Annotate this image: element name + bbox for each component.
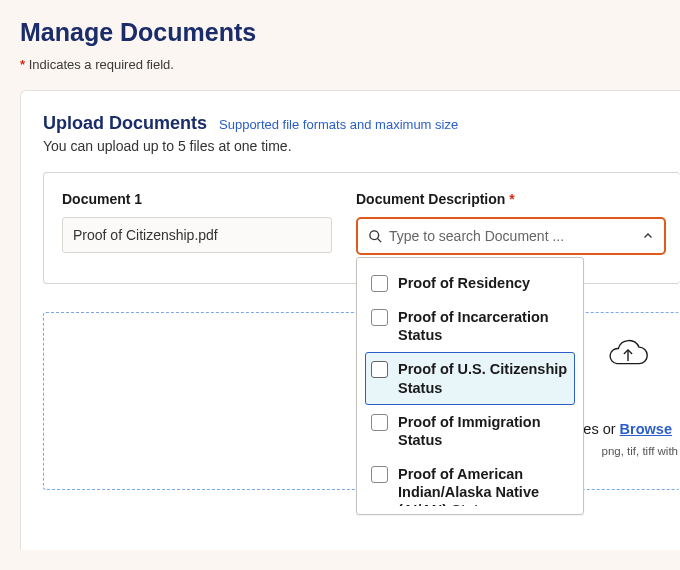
dropdown-scroll[interactable]: Proof of Residency Proof of Incarceratio… — [365, 266, 581, 506]
option-proof-of-incarceration[interactable]: Proof of Incarceration Status — [365, 300, 575, 352]
supported-formats-link[interactable]: Supported file formats and maximum size — [219, 117, 458, 132]
checkbox-icon[interactable] — [371, 309, 388, 326]
chevron-up-icon[interactable] — [642, 230, 654, 242]
svg-point-0 — [370, 230, 379, 239]
checkbox-icon[interactable] — [371, 466, 388, 483]
checkbox-icon[interactable] — [371, 361, 388, 378]
required-field-note: * Indicates a required field. — [20, 57, 680, 72]
asterisk-icon: * — [509, 191, 514, 207]
cloud-upload-icon — [606, 337, 650, 375]
page-title: Manage Documents — [20, 18, 680, 47]
checkbox-icon[interactable] — [371, 275, 388, 292]
dropzone-pre-text: es or — [583, 421, 619, 437]
dropzone-formats-text: png, tif, tiff with — [602, 445, 679, 457]
document-description-search-input[interactable] — [389, 228, 634, 244]
upload-panel: Upload Documents Supported file formats … — [20, 90, 680, 550]
description-dropdown: Proof of Residency Proof of Incarceratio… — [356, 257, 584, 515]
option-label: Proof of U.S. Citizenship Status — [398, 360, 569, 396]
option-label: Proof of Incarceration Status — [398, 308, 569, 344]
document-description-label: Document Description * — [356, 191, 666, 207]
browse-link[interactable]: Browse — [620, 421, 672, 437]
document-description-combobox[interactable] — [356, 217, 666, 255]
required-note-text: Indicates a required field. — [29, 57, 174, 72]
upload-documents-heading: Upload Documents — [43, 113, 207, 134]
option-proof-of-residency[interactable]: Proof of Residency — [365, 266, 575, 300]
option-label: Proof of American Indian/Alaska Native (… — [398, 465, 569, 506]
svg-line-1 — [377, 238, 381, 242]
checkbox-icon[interactable] — [371, 414, 388, 431]
option-proof-of-american-indian[interactable]: Proof of American Indian/Alaska Native (… — [365, 457, 575, 506]
document-card: Document 1 Document Description * — [43, 172, 680, 284]
upload-subtitle: You can upload up to 5 files at one time… — [43, 138, 680, 154]
desc-label-text: Document Description — [356, 191, 505, 207]
search-icon — [368, 229, 383, 244]
document-1-label: Document 1 — [62, 191, 332, 207]
option-proof-of-us-citizenship[interactable]: Proof of U.S. Citizenship Status — [365, 352, 575, 404]
asterisk-icon: * — [20, 57, 25, 72]
dropzone-text: es or Browse — [583, 421, 672, 437]
option-label: Proof of Immigration Status — [398, 413, 569, 449]
option-label: Proof of Residency — [398, 274, 569, 292]
document-filename-input[interactable] — [62, 217, 332, 253]
option-proof-of-immigration[interactable]: Proof of Immigration Status — [365, 405, 575, 457]
